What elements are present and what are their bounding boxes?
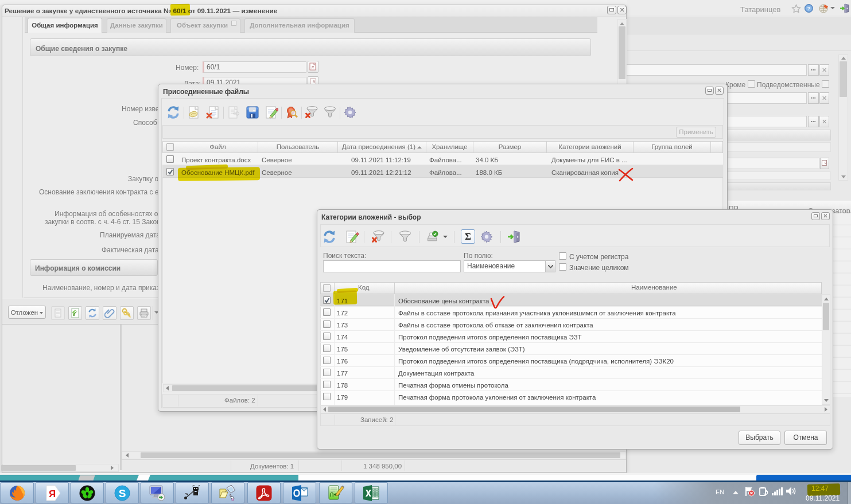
svg-text:?: ? (807, 6, 811, 11)
svg-text:#: # (312, 65, 314, 70)
svg-text:Я: Я (49, 489, 56, 499)
svg-text:S: S (119, 487, 126, 499)
